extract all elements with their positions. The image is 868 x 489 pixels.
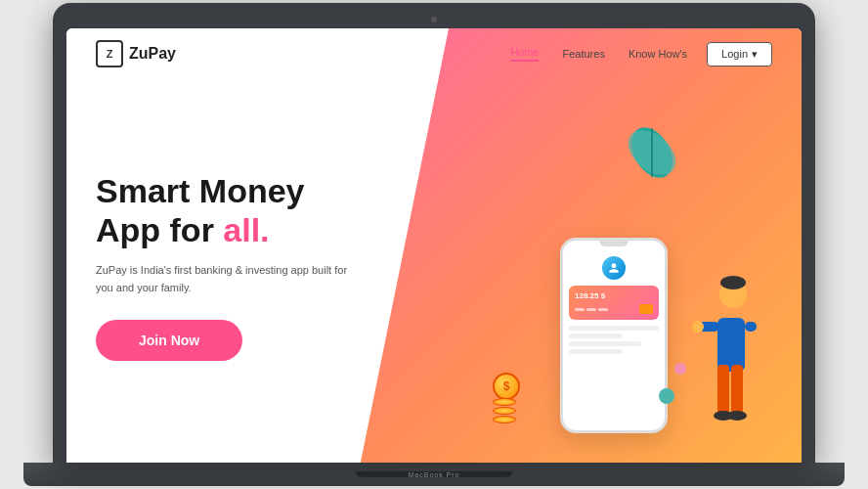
navbar: Z ZuPay Home Features Know How's Login ▾ — [66, 28, 802, 79]
hero-title-line2-plain: App for — [96, 211, 223, 248]
phone-line-3 — [569, 341, 641, 346]
website: Z ZuPay Home Features Know How's Login ▾ — [66, 28, 802, 463]
laptop-body: Z ZuPay Home Features Know How's Login ▾ — [53, 3, 815, 463]
person-illustration — [674, 267, 762, 443]
phone-line-2 — [569, 333, 623, 338]
svg-rect-4 — [717, 318, 745, 372]
hero-left: Smart Money App for all. ZuPay is India'… — [96, 171, 434, 362]
svg-point-11 — [692, 321, 704, 333]
leaf-decoration — [623, 118, 681, 191]
svg-point-12 — [720, 276, 746, 289]
phone-line-1 — [569, 326, 659, 331]
logo-text: ZuPay — [129, 45, 176, 63]
coin-main: $ — [493, 373, 520, 400]
phone-amount: 128.25 $ — [575, 291, 653, 300]
phone-illustration: 128.25 $ — [560, 238, 668, 433]
nav-link-home[interactable]: Home — [510, 46, 539, 62]
laptop-brand-label: MacBook Pro — [408, 471, 459, 478]
svg-point-10 — [727, 411, 747, 421]
coins-decoration: $ — [493, 373, 520, 423]
phone-card: 128.25 $ — [569, 286, 659, 320]
svg-rect-7 — [717, 365, 729, 414]
join-now-button[interactable]: Join Now — [96, 320, 242, 361]
laptop-wrapper: Z ZuPay Home Features Know How's Login ▾ — [23, 3, 845, 486]
hero-right: 128.25 $ — [434, 89, 772, 443]
hero-title: Smart Money App for all. — [96, 171, 434, 251]
phone-line-4 — [569, 349, 623, 354]
coin-stack-2 — [493, 407, 516, 415]
phone-screen: 128.25 $ — [563, 246, 665, 363]
nav-links: Home Features Know How's — [510, 46, 687, 62]
svg-rect-8 — [731, 365, 743, 414]
logo: Z ZuPay — [96, 40, 176, 67]
hero-title-line1: Smart Money — [96, 172, 305, 209]
coin-stack-1 — [493, 398, 516, 406]
hero-title-highlight: all. — [223, 211, 269, 248]
nav-link-knowhow[interactable]: Know How's — [629, 48, 687, 60]
nav-link-features[interactable]: Features — [562, 48, 604, 60]
laptop-base: MacBook Pro — [23, 463, 845, 486]
hero-subtitle: ZuPay is India's first banking & investi… — [96, 262, 350, 296]
logo-icon: Z — [96, 40, 123, 67]
laptop-screen: Z ZuPay Home Features Know How's Login ▾ — [66, 28, 802, 463]
dot-decoration-teal — [659, 388, 674, 404]
phone-avatar — [602, 256, 626, 280]
coin-stack-3 — [493, 416, 516, 423]
laptop-camera — [431, 17, 437, 22]
hero-section: Smart Money App for all. ZuPay is India'… — [66, 79, 802, 463]
svg-rect-6 — [745, 322, 757, 332]
login-button[interactable]: Login ▾ — [707, 42, 772, 67]
